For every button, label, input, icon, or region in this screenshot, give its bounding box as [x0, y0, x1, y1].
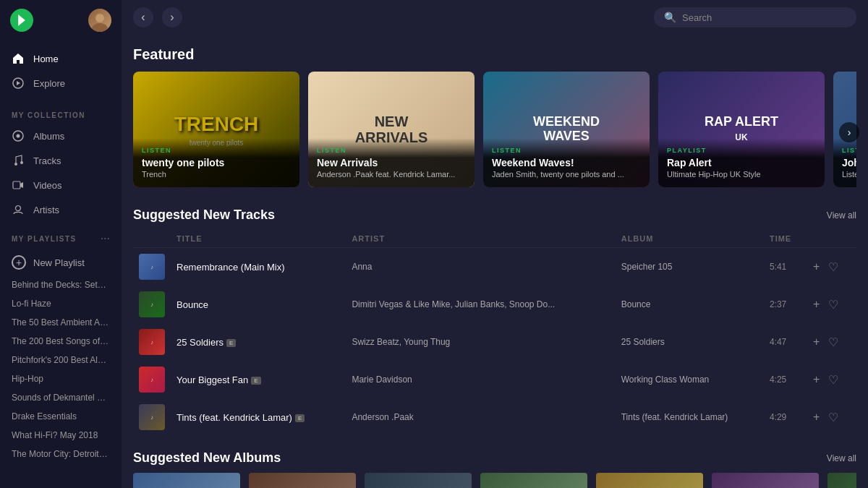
card-subtitle-0: Trench — [142, 170, 291, 179]
track-album-cell-3: Working Class Woman — [616, 361, 764, 398]
playlist-item-5[interactable]: Hip-Hop — [0, 369, 122, 388]
track-thumb-2: ♪ — [139, 329, 165, 355]
playlist-item-3[interactable]: The 200 Best Songs of the ... — [0, 332, 122, 351]
track-artist-cell-4: Anderson .Paak — [346, 398, 615, 436]
track-like-btn-4[interactable]: ♡ — [827, 409, 840, 426]
playlist-item-8[interactable]: What Hi-Fi? May 2018 — [0, 426, 122, 445]
track-title-cell-1: Bounce — [171, 286, 346, 323]
album-art-inner-0: ♪ — [133, 473, 240, 488]
sidebar: Home Explore My Collection Albums — [0, 0, 122, 488]
albums-row: ♪ Album One Artist A ♪ Album Two Artist … — [133, 473, 856, 488]
track-like-btn-1[interactable]: ♡ — [827, 296, 840, 313]
track-thumb-cell-4: ♪ — [133, 398, 171, 436]
sidebar-item-artists[interactable]: Artists — [0, 197, 122, 222]
sidebar-item-videos-label: Videos — [33, 180, 62, 191]
track-thumb-art-3: ♪ — [139, 367, 165, 393]
sidebar-item-tracks[interactable]: Tracks — [0, 148, 122, 173]
search-icon: 🔍 — [664, 12, 676, 23]
track-artist-cell-0: Anna — [346, 248, 615, 286]
featured-card-overlay-0: LISTEN twenty one pilots Trench — [133, 138, 299, 187]
album-card-4[interactable]: ♪ Album Five Artist E — [596, 473, 703, 488]
album-art-inner-5: ♪ — [712, 473, 819, 488]
track-time-cell-0: 5:41 — [764, 248, 806, 286]
featured-card-2[interactable]: WEEKENDWAVES LISTEN Weekend Waves! Jaden… — [483, 72, 650, 187]
tracks-view-all[interactable]: View all — [827, 210, 856, 221]
featured-next-btn[interactable]: › — [839, 122, 859, 142]
svg-point-0 — [95, 14, 104, 22]
avatar[interactable] — [88, 9, 111, 32]
new-playlist-btn[interactable]: + New Playlist — [0, 249, 122, 275]
forward-button[interactable]: › — [162, 7, 182, 27]
back-button[interactable]: ‹ — [133, 7, 153, 27]
featured-title: Featured — [133, 46, 856, 63]
featured-card-1[interactable]: NEWARRIVALS LISTEN New Arrivals Anderson… — [308, 72, 475, 187]
playlist-item-6[interactable]: Sounds of Dekmantel Festi... — [0, 388, 122, 407]
track-add-btn-0[interactable]: + — [812, 259, 821, 275]
track-title-cell-0: Remembrance (Main Mix) — [171, 248, 346, 286]
card-tag-3: PLAYLIST — [667, 147, 816, 154]
album-card-5[interactable]: ♪ Album Six Artist F — [712, 473, 819, 488]
track-add-btn-4[interactable]: + — [812, 409, 821, 425]
track-time-2: 4:47 — [770, 337, 800, 347]
sidebar-item-home-label: Home — [33, 53, 59, 64]
sidebar-item-explore[interactable]: Explore — [0, 71, 122, 95]
svg-marker-3 — [17, 81, 20, 85]
track-actions-2: + ♡ — [812, 334, 851, 351]
my-collection-label: My Collection — [0, 101, 122, 124]
main-content: ‹ › 🔍 Featured TRENCH twenty one pilots … — [122, 0, 868, 488]
album-card-0[interactable]: ♪ Album One Artist A — [133, 473, 240, 488]
track-thumb-1: ♪ — [139, 291, 165, 317]
track-thumb-0: ♪ — [139, 254, 165, 280]
track-thumb-cell-3: ♪ — [133, 361, 171, 398]
playlist-item-1[interactable]: Lo-fi Haze — [0, 294, 122, 313]
playlist-item-4[interactable]: Pitchfork's 200 Best Album... — [0, 351, 122, 369]
track-thumb-art-1: ♪ — [139, 291, 165, 317]
playlists-menu-btn[interactable]: ··· — [101, 232, 110, 245]
table-row[interactable]: ♪ Your Biggest FanE Marie Davidson Worki… — [133, 361, 856, 398]
sidebar-item-videos[interactable]: Videos — [0, 173, 122, 197]
featured-card-3[interactable]: RAP ALERTUK PLAYLIST Rap Alert Ultimate … — [658, 72, 825, 187]
card-tag-0: LISTEN — [142, 147, 291, 154]
album-art-inner-4: ♪ — [596, 473, 703, 488]
track-like-btn-2[interactable]: ♡ — [827, 334, 840, 351]
album-card-2[interactable]: ♪ Album Three Artist C — [365, 473, 472, 488]
album-card-6[interactable]: ♪ Album Seven Artist G — [827, 473, 856, 488]
svg-point-6 — [14, 163, 17, 166]
track-add-btn-1[interactable]: + — [812, 296, 821, 312]
featured-card-overlay-2: LISTEN Weekend Waves! Jaden Smith, twent… — [483, 138, 650, 187]
track-add-btn-2[interactable]: + — [812, 334, 821, 350]
track-like-btn-0[interactable]: ♡ — [827, 259, 840, 275]
track-like-btn-3[interactable]: ♡ — [827, 372, 840, 388]
home-icon — [12, 52, 25, 65]
table-row[interactable]: ♪ 25 SoldiersE Swizz Beatz, Young Thug 2… — [133, 323, 856, 361]
featured-card-0[interactable]: TRENCH twenty one pilots LISTEN twenty o… — [133, 72, 299, 187]
playlist-item-9[interactable]: The Motor City: Detroit Hou... — [0, 445, 122, 463]
search-input[interactable] — [682, 12, 846, 23]
col-title: Title — [171, 230, 346, 248]
track-actions-cell-0: + ♡ — [806, 248, 856, 286]
album-card-1[interactable]: ♪ Album Two Artist B — [249, 473, 356, 488]
explore-icon — [12, 77, 25, 90]
suggested-tracks-title: Suggested New Tracks — [133, 207, 275, 223]
track-actions-cell-2: + ♡ — [806, 323, 856, 361]
track-artist-1: Dimitri Vegas & Like Mike, Julian Banks,… — [352, 299, 609, 309]
card-subtitle-1: Anderson .Paak feat. Kendrick Lamar... — [317, 170, 466, 179]
track-add-btn-3[interactable]: + — [812, 372, 821, 388]
track-thumb-cell-1: ♪ — [133, 286, 171, 323]
albums-view-all[interactable]: View all — [827, 453, 856, 463]
track-time-0: 5:41 — [770, 262, 800, 272]
card-title-4: John... — [842, 157, 856, 168]
track-album-1: Bounce — [621, 299, 758, 309]
playlist-item-7[interactable]: Drake Essentials — [0, 407, 122, 426]
track-thumb-4: ♪ — [139, 404, 165, 430]
new-playlist-label: New Playlist — [33, 257, 85, 268]
sidebar-item-home[interactable]: Home — [0, 46, 122, 71]
track-artist-cell-1: Dimitri Vegas & Like Mike, Julian Banks,… — [346, 286, 615, 323]
playlist-item-2[interactable]: The 50 Best Ambient Albu... — [0, 313, 122, 332]
album-card-3[interactable]: ♪ Album Four Artist D — [480, 473, 587, 488]
table-row[interactable]: ♪ Tints (feat. Kendrick Lamar)E Anderson… — [133, 398, 856, 436]
playlist-item-0[interactable]: Behind the Decks: Seth Tro... — [0, 275, 122, 294]
table-row[interactable]: ♪ Remembrance (Main Mix) Anna Speicher 1… — [133, 248, 856, 286]
sidebar-item-albums[interactable]: Albums — [0, 124, 122, 148]
table-row[interactable]: ♪ Bounce Dimitri Vegas & Like Mike, Juli… — [133, 286, 856, 323]
